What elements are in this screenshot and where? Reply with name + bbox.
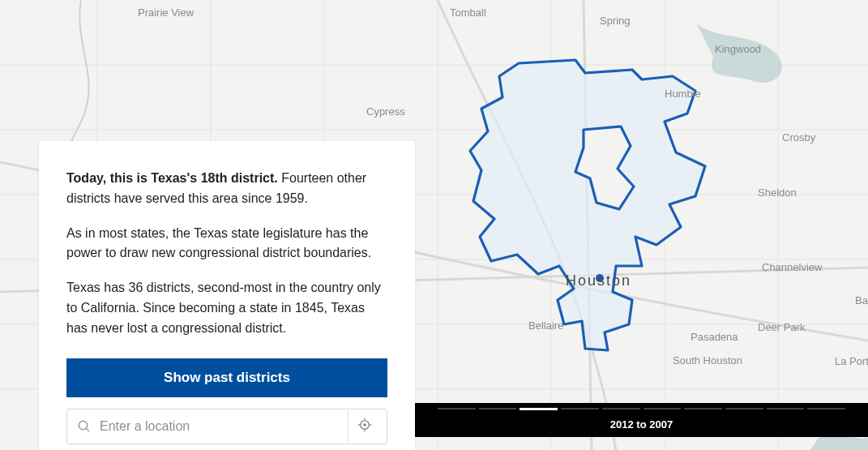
map-place-label: Houston [566, 272, 631, 289]
crosshair-icon [357, 418, 372, 435]
map-place-label: Bellaire [528, 319, 563, 332]
search-input[interactable] [100, 419, 348, 434]
location-search [66, 409, 387, 444]
map-place-label: Sheldon [758, 186, 797, 199]
timeline-segment[interactable] [520, 408, 558, 410]
timeline-segment[interactable] [684, 408, 722, 409]
map-place-label: Bay [855, 294, 868, 306]
map-place-label: Spring [600, 15, 631, 27]
panel-lead: Today, this is Texas's 18th district. [66, 171, 278, 185]
timeline-segment[interactable] [561, 408, 599, 409]
map-place-label: Humble [665, 88, 701, 100]
show-past-districts-button[interactable]: Show past districts [66, 358, 387, 397]
timeline-segment[interactable] [438, 408, 476, 409]
map-place-label: Deer Park [758, 321, 806, 333]
timeline-track[interactable] [438, 408, 845, 409]
svg-line-3 [86, 428, 89, 431]
timeline-segment[interactable] [602, 408, 640, 409]
panel-para-3: Texas has 36 districts, second-most in t… [66, 278, 387, 338]
timeline-segment[interactable] [767, 408, 805, 409]
map-place-label: South Houston [673, 354, 742, 366]
timeline-bar[interactable]: 2012 to 2007 [415, 403, 868, 437]
use-my-location-button[interactable] [348, 410, 380, 443]
timeline-segment[interactable] [644, 408, 682, 409]
svg-point-2 [79, 421, 88, 430]
map-place-label: Pasadena [691, 331, 738, 343]
map-place-label: La Porte [835, 355, 868, 367]
timeline-segment[interactable] [479, 408, 517, 409]
timeline-segment[interactable] [807, 408, 845, 409]
map-place-label: Channelview [762, 261, 822, 273]
panel-lead-paragraph: Today, this is Texas's 18th district. Fo… [66, 169, 387, 209]
map-place-label: Kingwood [715, 43, 761, 55]
map-place-label: Cypress [366, 105, 405, 118]
map-place-label: Tomball [450, 6, 486, 19]
timeline-segment[interactable] [725, 408, 763, 409]
map-place-label: Crosby [782, 131, 815, 144]
map-place-label: Prairie View [138, 6, 194, 19]
search-icon [77, 419, 92, 434]
info-panel: Today, this is Texas's 18th district. Fo… [39, 141, 415, 450]
panel-para-2: As in most states, the Texas state legis… [66, 224, 387, 264]
svg-point-5 [363, 424, 365, 426]
timeline-label: 2012 to 2007 [610, 418, 673, 431]
